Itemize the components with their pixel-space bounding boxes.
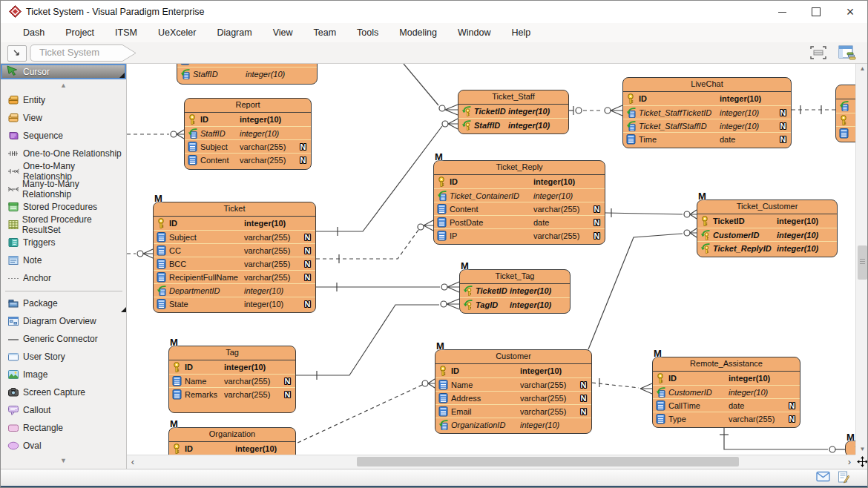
entity-column-row[interactable]: IDinteger(10): [653, 372, 800, 385]
palette-item-screen-capture[interactable]: Screen Capture: [1, 383, 126, 401]
entity-column-row[interactable]: IDinteger(10): [434, 175, 605, 188]
entity-column-row[interactable]: TagIDinteger(10): [460, 297, 570, 311]
entity-column-row[interactable]: IDinteger(10): [185, 113, 311, 126]
palette-item-image[interactable]: Image: [1, 366, 126, 383]
entity-column-row[interactable]: BCCvarchar(255)N: [154, 257, 315, 270]
entity-tag[interactable]: MTagIDinteger(10)Namevarchar(255)NRemark…: [168, 346, 296, 413]
menu-project[interactable]: Project: [55, 24, 105, 41]
entity-column-row[interactable]: Addressvarchar(255)N: [435, 391, 591, 404]
entity-column-row[interactable]: CustomerIDinteger(10): [653, 385, 800, 398]
palette-item-diagram-overview[interactable]: Diagram Overview: [1, 312, 126, 330]
palette-item-triggers[interactable]: Triggers: [1, 234, 126, 251]
diagram-canvas[interactable]: NStaffIDinteger(10) ReportIDinteger(10)S…: [127, 64, 855, 455]
palette-item-entity[interactable]: Entity: [1, 91, 126, 109]
entity-livechat[interactable]: LiveChatIDinteger(10)Ticket_StaffTicketI…: [622, 77, 792, 148]
entity-column-row[interactable]: TicketIDinteger(10): [697, 214, 837, 228]
entity-column-row[interactable]: IDinteger(10): [169, 360, 295, 374]
rel-ticketstaff-livechat[interactable]: [569, 105, 622, 116]
entity-column-row[interactable]: Subjectvarchar(255)N: [185, 139, 311, 153]
entity-column-row[interactable]: RecipientFullNamevarchar(255)N: [154, 270, 315, 283]
scroll-right-arrow[interactable]: ›: [844, 455, 855, 469]
minimize-button[interactable]: [765, 1, 799, 23]
entity-remote_assistance[interactable]: MRemote_AssistanceIDinteger(10)CustomerI…: [652, 357, 800, 428]
entity-column-row[interactable]: TicketIDinteger(10): [458, 105, 568, 118]
rel-livechat-right-entity[interactable]: [792, 105, 835, 114]
scroll-left-arrow[interactable]: ‹: [127, 455, 139, 469]
palette-item-callout[interactable]: Callout: [1, 401, 126, 419]
menu-uexceler[interactable]: UeXceler: [148, 24, 206, 41]
entity-corner[interactable]: M: [845, 441, 855, 455]
collapse-tree-button[interactable]: [7, 45, 27, 62]
fit-to-selection-button[interactable]: [808, 44, 829, 62]
vertical-scroll-thumb[interactable]: [858, 245, 867, 280]
entity-column-row[interactable]: Subjectvarchar(255)N: [154, 230, 315, 243]
scroll-up-arrow[interactable]: ▲: [856, 64, 868, 74]
palette-item-one-to-many[interactable]: One-to-Many Relationship: [1, 162, 126, 180]
menu-dash[interactable]: Dash: [13, 24, 55, 41]
entity-column-row[interactable]: Stateinteger(10)N: [154, 297, 315, 310]
entity-ticket_staff[interactable]: Ticket_StaffTicketIDinteger(10)StaffIDin…: [458, 90, 569, 134]
palette-item-cursor[interactable]: Cursor: [1, 64, 126, 79]
palette-item-view[interactable]: View: [1, 109, 126, 127]
menu-diagram[interactable]: Diagram: [206, 24, 262, 41]
entity-column-row[interactable]: OrganizationIDinteger(10): [435, 418, 591, 431]
rel-customer-ticketcustomer[interactable]: [588, 228, 697, 349]
entity-column-row[interactable]: IDinteger(10): [169, 442, 295, 455]
entity-right-partial[interactable]: [835, 85, 855, 142]
entity-column-row[interactable]: Ticket_StaffTicketIDinteger(10)N: [623, 105, 791, 119]
entity-column-row[interactable]: CallTimedateN: [653, 398, 800, 412]
palette-item-generic-connector[interactable]: Generic Connector: [1, 330, 126, 348]
palette-item-user-story[interactable]: User Story: [1, 348, 126, 366]
entity-organization[interactable]: MOrganizationIDinteger(10): [168, 427, 296, 455]
palette-item-oval[interactable]: Oval: [1, 437, 126, 455]
entity-column-row[interactable]: Ticket_ReplyIDinteger(10): [697, 241, 837, 254]
rel-ticket-left[interactable]: [127, 249, 153, 258]
palette-scroll-down[interactable]: ▼: [1, 455, 126, 466]
rel-ticketreply-ticketcustomer[interactable]: [605, 208, 697, 219]
menu-modeling[interactable]: Modeling: [389, 24, 447, 41]
scroll-down-arrow[interactable]: ▼: [856, 444, 868, 455]
entity-column-row[interactable]: StaffIDinteger(10): [177, 67, 317, 80]
entity-staff-partial[interactable]: NStaffIDinteger(10): [177, 64, 318, 85]
entity-report[interactable]: ReportIDinteger(10)StaffIDinteger(10)Sub…: [184, 98, 312, 170]
entity-column-row[interactable]: [836, 113, 855, 126]
rel-staff-ticketstaff[interactable]: [404, 64, 458, 115]
entity-column-row[interactable]: Emailvarchar(255)N: [435, 404, 591, 418]
palette-item-package[interactable]: Package: [1, 294, 126, 312]
entity-column-row[interactable]: Ticket_ContainerIDinteger(10): [434, 188, 605, 202]
rel-ticket-ticketreply[interactable]: [316, 220, 433, 263]
breadcrumb[interactable]: Ticket System: [29, 44, 140, 62]
entity-column-row[interactable]: StaffIDinteger(10): [458, 118, 568, 131]
message-log-icon[interactable]: [838, 471, 849, 487]
entity-ticket[interactable]: MTicketIDinteger(10)Subjectvarchar(255)N…: [153, 202, 316, 313]
entity-column-row[interactable]: Namevarchar(255)N: [435, 377, 591, 391]
mail-icon[interactable]: [816, 471, 830, 487]
entity-column-row[interactable]: PostDatedateN: [434, 215, 605, 228]
palette-item-rectangle[interactable]: Rectangle: [1, 419, 126, 437]
entity-column-row[interactable]: IDinteger(10): [154, 217, 315, 230]
menu-tools[interactable]: Tools: [346, 24, 389, 41]
entity-ticket_tag[interactable]: MTicket_TagTicketIDinteger(10)TagIDinteg…: [459, 269, 571, 314]
rel-customer-organization[interactable]: [296, 379, 435, 444]
palette-item-anchor[interactable]: Anchor: [1, 269, 126, 287]
pan-tool-corner[interactable]: [855, 455, 868, 469]
entity-column-row[interactable]: IDinteger(10): [435, 364, 591, 377]
palette-item-one-to-one[interactable]: One-to-One Relationship: [1, 145, 126, 162]
close-button[interactable]: ×: [833, 1, 867, 23]
entity-column-row[interactable]: Contentvarchar(255)N: [434, 202, 605, 215]
palette-item-sequence[interactable]: Sequence: [1, 127, 126, 145]
entity-column-row[interactable]: TicketIDinteger(10): [460, 284, 570, 297]
entity-column-row[interactable]: CustomerIDinteger(10): [697, 228, 837, 241]
entity-column-row[interactable]: Remarksvarchar(255)N: [169, 387, 295, 400]
horizontal-scrollbar[interactable]: ‹ ›: [127, 455, 855, 469]
entity-column-row[interactable]: Typevarchar(255)N: [653, 412, 800, 425]
entity-column-row[interactable]: Namevarchar(255)N: [169, 374, 295, 387]
entity-column-row[interactable]: StaffIDinteger(10): [185, 126, 311, 139]
palette-item-stored-procedures[interactable]: Stored Procedures: [1, 198, 126, 216]
entity-customer[interactable]: MCustomerIDinteger(10)Namevarchar(255)NA…: [435, 349, 592, 434]
diagram-specification-button[interactable]: [836, 44, 857, 62]
rel-ticket-tickettag[interactable]: [316, 282, 459, 292]
entity-ticket_customer[interactable]: MTicket_CustomerTicketIDinteger(10)Custo…: [697, 200, 838, 257]
rel-customer-remoteassistance[interactable]: [592, 378, 652, 394]
menu-itsm[interactable]: ITSM: [105, 24, 148, 41]
